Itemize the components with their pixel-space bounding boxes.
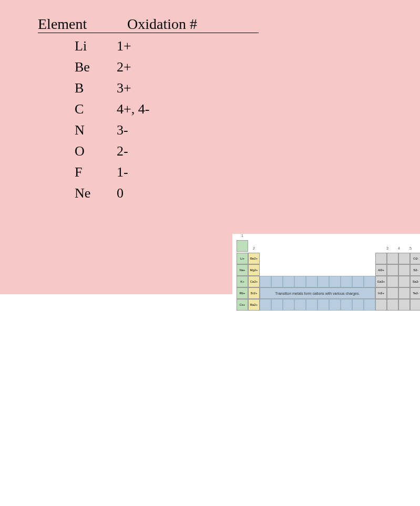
pt-col-header: 6 xyxy=(416,246,420,250)
pt-col-header: 2 xyxy=(248,246,260,250)
pt-cell-si xyxy=(387,264,398,276)
pt-transition-cell xyxy=(306,299,317,311)
element-cell: Be xyxy=(38,59,101,75)
pt-transition-cell xyxy=(352,276,364,287)
pt-cell-s: S2- xyxy=(410,264,420,276)
table-row: C 4+, 4- xyxy=(38,101,259,117)
pt-cell-pb xyxy=(387,299,398,311)
pt-transition-cell xyxy=(329,299,341,311)
pt-cell-sr: Sr2+ xyxy=(248,287,260,299)
pt-transition-cell xyxy=(294,299,306,311)
oxidation-cell: 1+ xyxy=(101,38,180,54)
pt-transition-cell xyxy=(317,276,329,287)
pt-transition-cell xyxy=(283,299,294,311)
pt-transition-cell xyxy=(306,276,317,287)
pt-transition-label: Transition metals form cations with vari… xyxy=(260,287,375,299)
element-cell: O xyxy=(38,143,101,159)
pt-cell-mg: Mg2+ xyxy=(248,264,260,276)
pt-cell-b xyxy=(375,253,387,264)
pt-cell-po xyxy=(410,299,420,311)
table-row: O 2- xyxy=(38,143,259,159)
element-cell: B xyxy=(38,80,101,96)
element-cell: F xyxy=(38,164,101,180)
pt-cell-se: Se2- xyxy=(410,276,420,287)
pt-transition-cell xyxy=(260,276,271,287)
header-element: Element xyxy=(38,16,122,33)
pt-cell-ge xyxy=(387,276,398,287)
pt-cell-h xyxy=(237,240,248,252)
periodic-table-thumbnail: 1 2 3 4 5 6 7 Li+ Na+ K+ Rb+ Cs+ Be2+ Mg… xyxy=(232,234,420,328)
pt-cell-ba: Ba2+ xyxy=(248,299,260,311)
oxidation-table: Element Oxidation # Li 1+ Be 2+ B 3+ C 4… xyxy=(38,16,259,201)
table-row: N 3- xyxy=(38,122,259,138)
pt-cell-ga: Ga3+ xyxy=(375,276,387,287)
oxidation-cell: 3+ xyxy=(101,80,180,96)
pt-transition-cell xyxy=(341,299,352,311)
pt-transition-cell xyxy=(317,299,329,311)
pt-cell-o: O2- xyxy=(410,253,420,264)
pt-transition-cell xyxy=(341,276,352,287)
oxidation-cell: 3- xyxy=(101,122,180,138)
oxidation-cell: 1- xyxy=(101,164,180,180)
pt-cell-li: Li+ xyxy=(237,253,248,264)
pt-cell-bi xyxy=(398,299,410,311)
header-oxidation: Oxidation # xyxy=(127,16,222,33)
pt-cell-k: K+ xyxy=(237,276,248,287)
element-cell: Ne xyxy=(38,185,101,201)
pt-cell-c xyxy=(387,253,398,264)
pt-cell-p xyxy=(398,264,410,276)
pt-cell-na: Na+ xyxy=(237,264,248,276)
pt-cell-be: Be2+ xyxy=(248,253,260,264)
pt-col-header: 3 xyxy=(382,246,393,250)
table-row: Be 2+ xyxy=(38,59,259,75)
pt-transition-cell xyxy=(283,276,294,287)
pt-col-header: 5 xyxy=(405,246,416,250)
oxidation-cell: 0 xyxy=(101,185,180,201)
pt-cell-as xyxy=(398,276,410,287)
oxidation-cell: 4+, 4- xyxy=(101,101,180,117)
pt-cell-tl xyxy=(375,299,387,311)
pt-col-header: 1 xyxy=(237,234,248,237)
table-row: Ne 0 xyxy=(38,185,259,201)
oxidation-cell: 2+ xyxy=(101,59,180,75)
pt-cell-al: Al3+ xyxy=(375,264,387,276)
pt-transition-cell xyxy=(294,276,306,287)
pt-transition-cell xyxy=(271,299,283,311)
pt-cell-in: In3+ xyxy=(375,287,387,299)
pt-transition-cell xyxy=(364,276,375,287)
table-row: B 3+ xyxy=(38,80,259,96)
table-header-row: Element Oxidation # xyxy=(38,16,259,33)
pt-cell-rb: Rb+ xyxy=(237,287,248,299)
pt-transition-cell xyxy=(364,299,375,311)
element-cell: Li xyxy=(38,38,101,54)
pt-cell-ca: Ca2+ xyxy=(248,276,260,287)
pt-transition-cell xyxy=(352,299,364,311)
pt-cell-cs: Cs+ xyxy=(237,299,248,311)
pt-transition-cell xyxy=(329,276,341,287)
pt-cell-sb xyxy=(398,287,410,299)
element-cell: C xyxy=(38,101,101,117)
oxidation-cell: 2- xyxy=(101,143,180,159)
pt-cell-te: Te2- xyxy=(410,287,420,299)
pt-cell-n xyxy=(398,253,410,264)
element-cell: N xyxy=(38,122,101,138)
table-row: Li 1+ xyxy=(38,38,259,54)
table-row: F 1- xyxy=(38,164,259,180)
pt-col-header: 4 xyxy=(393,246,405,250)
pt-transition-cell xyxy=(271,276,283,287)
pt-transition-cell xyxy=(260,299,271,311)
pt-cell-sn xyxy=(387,287,398,299)
